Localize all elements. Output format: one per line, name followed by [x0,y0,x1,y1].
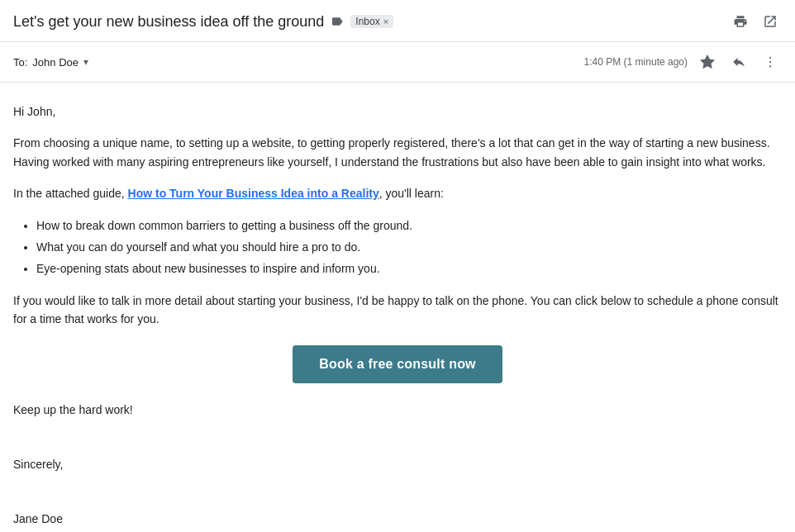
closing1: Keep up the hard work! [13,400,782,420]
bullet-item-3: Eye-opening stats about new businesses t… [36,259,782,278]
svg-point-1 [769,61,771,63]
signature: Keep up the hard work! Sincerely, Jane D… [13,400,782,532]
email-body: Hi John, From choosing a unique name, to… [0,83,795,532]
inbox-badge-close[interactable]: × [383,17,388,26]
cta-container: Book a free consult now [13,345,782,383]
closing2: Sincerely, [13,454,782,475]
to-label: To: [13,56,27,69]
more-button[interactable] [759,50,782,74]
reply-button[interactable] [727,50,750,74]
guide-link[interactable]: How to Turn Your Business Idea into a Re… [128,187,379,200]
subject-text: Let's get your new business idea off the… [13,13,324,31]
print-button[interactable] [729,10,752,33]
star-button[interactable] [696,50,719,74]
greeting: Hi John, [13,102,782,121]
sender-row: To: John Doe ▾ 1:40 PM (1 minute ago) [0,42,795,83]
tag-icon [331,15,344,28]
sender-name: Jane Doe [13,509,782,530]
sender-info: To: John Doe ▾ [13,56,88,69]
popout-button[interactable] [759,10,782,33]
paragraph2-before-link: In the attached guide, [13,187,128,200]
paragraph2: In the attached guide, How to Turn Your … [13,184,782,202]
bullet-item-2: What you can do yourself and what you sh… [36,238,782,256]
email-header: Let's get your new business idea off the… [0,0,795,42]
paragraph3: If you would like to talk in more detail… [13,292,782,329]
header-actions [729,10,782,33]
bullet-list: How to break down common barriers to get… [36,216,782,278]
svg-point-0 [769,57,771,59]
paragraph1: From choosing a unique name, to setting … [13,134,782,171]
sender-chevron-icon[interactable]: ▾ [83,56,88,68]
email-time: 1:40 PM (1 minute ago) [584,56,688,68]
book-consult-button[interactable]: Book a free consult now [293,345,502,383]
paragraph2-after-link: , you'll learn: [379,187,444,200]
inbox-badge-label: Inbox [355,16,379,27]
bullet-item-1: How to break down common barriers to get… [36,216,782,235]
recipient-name: John Doe [32,56,79,69]
sender-meta: 1:40 PM (1 minute ago) [584,50,782,74]
email-subject-row: Let's get your new business idea off the… [13,13,729,31]
svg-point-2 [769,65,771,67]
inbox-badge: Inbox × [350,15,393,28]
